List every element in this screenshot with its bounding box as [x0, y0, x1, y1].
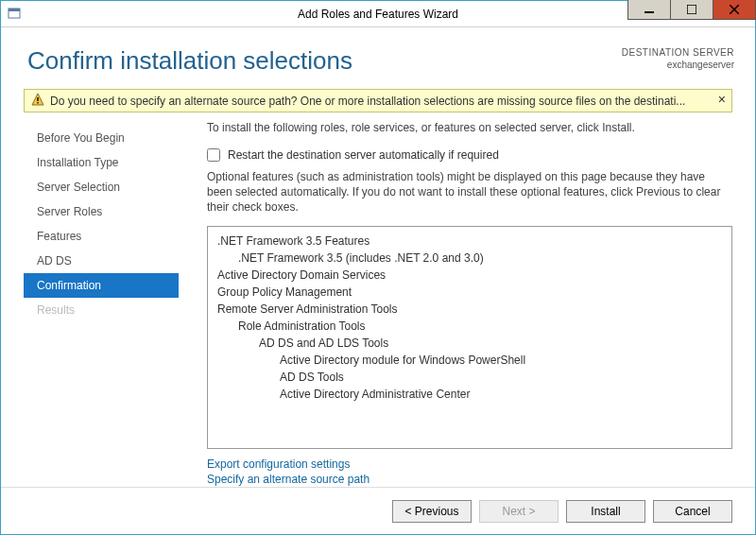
list-item: Group Policy Management [217, 284, 722, 301]
svg-rect-2 [644, 11, 654, 13]
page-title: Confirm installation selections [27, 46, 622, 76]
selections-listbox[interactable]: .NET Framework 3.5 Features.NET Framewor… [207, 226, 732, 449]
list-item: Remote Server Administration Tools [217, 301, 722, 318]
export-config-link[interactable]: Export configuration settings [207, 457, 732, 472]
svg-rect-7 [37, 97, 38, 101]
intro-text: To install the following roles, role ser… [207, 120, 732, 135]
window-icon [1, 7, 22, 22]
list-item: Active Directory Administrative Center [217, 386, 722, 403]
warning-icon [31, 93, 44, 109]
sidebar-item-server-selection[interactable]: Server Selection [24, 175, 179, 199]
cancel-button[interactable]: Cancel [653, 500, 732, 523]
window-controls [627, 1, 755, 26]
list-item: Active Directory Domain Services [217, 267, 722, 284]
previous-button[interactable]: < Previous [392, 500, 472, 523]
sidebar-item-installation-type[interactable]: Installation Type [24, 150, 179, 175]
restart-checkbox-label: Restart the destination server automatic… [228, 148, 499, 162]
sidebar-item-confirmation[interactable]: Confirmation [24, 273, 179, 298]
content-pane: To install the following roles, role ser… [179, 120, 732, 487]
destination-server-name: exchangeserver [622, 59, 734, 71]
list-item: Active Directory module for Windows Powe… [217, 352, 722, 369]
alternate-source-link[interactable]: Specify an alternate source path [207, 472, 732, 487]
list-item: .NET Framework 3.5 (includes .NET 2.0 an… [217, 250, 722, 267]
main-row: Before You BeginInstallation TypeServer … [1, 116, 755, 487]
wizard-window: Add Roles and Features Wizard Confirm in… [0, 0, 756, 535]
wizard-steps-sidebar: Before You BeginInstallation TypeServer … [24, 120, 179, 487]
maximize-button[interactable] [670, 0, 713, 20]
list-item: AD DS Tools [217, 369, 722, 386]
button-row: < Previous Next > Install Cancel [1, 487, 755, 534]
sidebar-item-before-you-begin[interactable]: Before You Begin [24, 126, 179, 150]
optional-features-note: Optional features (such as administratio… [207, 169, 732, 215]
svg-rect-3 [687, 5, 696, 14]
sidebar-item-features[interactable]: Features [24, 224, 179, 249]
list-item: AD DS and AD LDS Tools [217, 335, 722, 352]
list-item: .NET Framework 3.5 Features [217, 233, 722, 250]
list-item: Role Administration Tools [217, 318, 722, 335]
destination-label: DESTINATION SERVER [622, 46, 734, 59]
title-bar: Add Roles and Features Wizard [1, 1, 755, 27]
sidebar-item-results: Results [24, 298, 179, 322]
next-button: Next > [479, 500, 558, 523]
alternate-source-warning: Do you need to specify an alternate sour… [24, 89, 732, 112]
install-button[interactable]: Install [566, 500, 645, 523]
close-button[interactable] [713, 0, 756, 20]
restart-checkbox[interactable] [207, 148, 220, 162]
svg-rect-8 [37, 102, 38, 103]
restart-checkbox-row[interactable]: Restart the destination server automatic… [207, 148, 732, 162]
wizard-body: Confirm installation selections DESTINAT… [1, 27, 755, 534]
minimize-button[interactable] [627, 0, 671, 20]
sidebar-item-ad-ds[interactable]: AD DS [24, 249, 179, 273]
warning-close-icon[interactable]: × [718, 94, 726, 105]
svg-rect-1 [9, 9, 20, 11]
warning-text: Do you need to specify an alternate sour… [50, 95, 725, 108]
sidebar-item-server-roles[interactable]: Server Roles [24, 199, 179, 224]
header-row: Confirm installation selections DESTINAT… [1, 27, 755, 89]
destination-info: DESTINATION SERVER exchangeserver [622, 46, 734, 71]
